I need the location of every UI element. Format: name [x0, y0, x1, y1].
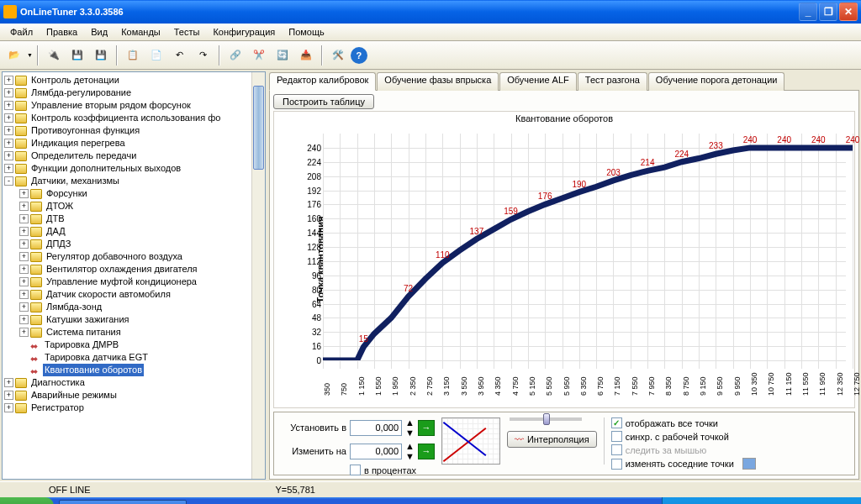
tree-item[interactable]: +ДТОЖ	[4, 200, 265, 213]
tree-label[interactable]: Лямбда-регулирование	[29, 87, 133, 99]
help-icon[interactable]: ?	[351, 47, 367, 64]
checkbox-0[interactable]: ✓	[611, 417, 622, 428]
tree-label[interactable]: Определитель передачи	[29, 150, 138, 162]
checkbox-1[interactable]	[611, 431, 622, 442]
color-swatch[interactable]	[742, 458, 756, 470]
tree-scrollbar[interactable]	[251, 72, 265, 479]
tree-label[interactable]: Тарировка ДМРВ	[43, 339, 120, 351]
tree-label[interactable]: Регистратор	[29, 402, 86, 414]
set-apply-button[interactable]: →	[418, 420, 435, 436]
minimize-button[interactable]: _	[799, 3, 817, 21]
close-button[interactable]: ✕	[839, 3, 858, 21]
expander-icon[interactable]: +	[4, 151, 13, 160]
expander-icon[interactable]: +	[19, 252, 29, 261]
menu-5[interactable]: Конфигурация	[206, 25, 282, 39]
tree-item[interactable]: +Вентилятор охлаждения двигателя	[4, 263, 265, 276]
build-table-button[interactable]: Построить таблицу	[273, 94, 374, 109]
tree-item[interactable]: +ДТВ	[4, 213, 265, 225]
tab-1[interactable]: Обучение фазы впрыска	[377, 72, 499, 91]
expander-icon[interactable]: +	[19, 202, 29, 211]
expander-icon[interactable]: +	[19, 189, 29, 198]
expander-icon[interactable]: +	[19, 214, 29, 223]
tree-item[interactable]: ⬌Тарировка ДМРВ	[4, 339, 265, 351]
tree-label[interactable]: Функции дополнительных выходов	[29, 162, 182, 175]
tree-label[interactable]: Форсунки	[45, 187, 89, 200]
expander-icon[interactable]: +	[4, 76, 13, 85]
expander-icon[interactable]: +	[19, 302, 29, 312]
expander-icon[interactable]: +	[19, 239, 29, 249]
disconnect-icon[interactable]: ✂️	[248, 45, 270, 66]
open-file-icon[interactable]: 📂	[3, 45, 25, 66]
menu-6[interactable]: Помощь	[282, 25, 331, 39]
tree-item[interactable]: +Контроль детонации	[4, 74, 265, 87]
tree-item[interactable]: +Аварийные режимы	[4, 389, 265, 402]
save-as-icon[interactable]: 💾	[90, 45, 112, 66]
change-input[interactable]	[350, 444, 402, 459]
tree-label[interactable]: Вентилятор охлаждения двигателя	[45, 263, 199, 276]
tree-label[interactable]: ДАД	[45, 225, 67, 238]
tree-label[interactable]: ДТВ	[45, 213, 66, 225]
chip-open-icon[interactable]: 🔌	[43, 45, 65, 66]
tree-label[interactable]: Тарировка датчика EGT	[43, 351, 150, 364]
expander-icon[interactable]: +	[4, 139, 13, 148]
download-icon[interactable]: 📥	[295, 45, 317, 66]
paste-icon[interactable]: 📄	[145, 45, 167, 66]
undo-icon[interactable]: ↶	[169, 45, 191, 66]
tree-item[interactable]: -Датчики, механизмы	[4, 175, 265, 187]
tree-item[interactable]: ⬌Тарировка датчика EGT	[4, 351, 265, 364]
tree-item[interactable]: +Диагностика	[4, 376, 265, 389]
tree-label[interactable]: Регулятор добавочного воздуха	[45, 250, 184, 263]
tree-label[interactable]: ДПДЗ	[45, 238, 72, 250]
tree-label[interactable]: Датчик скорости автомобиля	[45, 288, 172, 301]
tree-item[interactable]: +Противоугонная функция	[4, 124, 265, 137]
expander-icon[interactable]: +	[19, 265, 29, 274]
menu-3[interactable]: Команды	[114, 25, 167, 39]
tree-label[interactable]: Датчики, механизмы	[29, 175, 121, 187]
expander-icon[interactable]: +	[19, 328, 29, 337]
tree-item[interactable]: ⬌Квантование оборотов	[4, 364, 265, 376]
menu-1[interactable]: Правка	[40, 25, 84, 39]
tree-item[interactable]: +Функции дополнительных выходов	[4, 162, 265, 175]
tree-label[interactable]: Контроль коэффициента использования фо	[29, 112, 222, 124]
menu-4[interactable]: Тесты	[167, 25, 207, 39]
expander-icon[interactable]: +	[19, 277, 29, 286]
tree-item[interactable]: +Лямбда-зонд	[4, 301, 265, 313]
tree-label[interactable]: Лямбда-зонд	[45, 301, 103, 313]
tree-item[interactable]: +Контроль коэффициента использования фо	[4, 112, 265, 124]
tab-0[interactable]: Редактор калибровок	[269, 72, 376, 91]
refresh-icon[interactable]: 🔄	[272, 45, 293, 66]
tree-item[interactable]: +Управление вторым рядом форсунок	[4, 99, 265, 112]
expander-icon[interactable]: +	[19, 290, 29, 299]
tree-label[interactable]: Противоугонная функция	[29, 124, 141, 137]
tree-item[interactable]: +Форсунки	[4, 187, 265, 200]
tree-item[interactable]: +Катушки зажигания	[4, 313, 265, 326]
slider-1[interactable]	[510, 417, 582, 421]
tree-label[interactable]: Диагностика	[29, 376, 87, 389]
expander-icon[interactable]: +	[4, 101, 13, 110]
redo-icon[interactable]: ↷	[193, 45, 214, 66]
percent-checkbox[interactable]	[350, 465, 361, 475]
tree-label[interactable]: ДТОЖ	[45, 200, 75, 213]
expander-icon[interactable]: +	[4, 403, 13, 412]
tree-label[interactable]: Управление вторым рядом форсунок	[29, 99, 193, 112]
set-input[interactable]	[350, 420, 402, 436]
expander-icon[interactable]	[19, 340, 29, 349]
copy-icon[interactable]: 📋	[122, 45, 144, 66]
connect-icon[interactable]: 🔗	[224, 45, 246, 66]
settings-icon[interactable]: 🛠️	[327, 45, 349, 66]
menu-0[interactable]: Файл	[3, 25, 40, 39]
interpolation-button[interactable]: 〰 Интерполяция	[507, 431, 597, 448]
tree-item[interactable]: +Лямбда-регулирование	[4, 87, 265, 99]
expander-icon[interactable]: +	[4, 113, 13, 123]
tree-item[interactable]: +Индикация перегрева	[4, 137, 265, 150]
expander-icon[interactable]: +	[4, 391, 13, 400]
tree-item[interactable]: +Регулятор добавочного воздуха	[4, 250, 265, 263]
expander-icon[interactable]	[19, 365, 29, 375]
tree-item[interactable]: +ДАД	[4, 225, 265, 238]
tree-label[interactable]: Катушки зажигания	[45, 313, 131, 326]
save-icon[interactable]: 💾	[66, 45, 88, 66]
change-apply-button[interactable]: →	[418, 444, 435, 459]
tree-label[interactable]: Аварийные режимы	[29, 389, 119, 402]
maximize-button[interactable]: ❐	[819, 3, 837, 21]
expander-icon[interactable]: +	[4, 378, 13, 387]
